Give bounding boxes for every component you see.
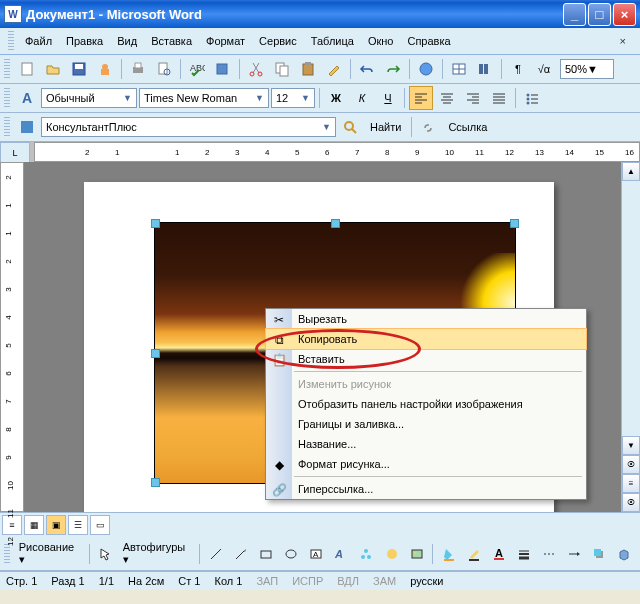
arrow-icon[interactable] — [229, 542, 252, 566]
line-color-icon[interactable] — [462, 542, 485, 566]
next-page-button[interactable]: ⦿ — [622, 493, 640, 512]
maximize-button[interactable]: □ — [588, 3, 611, 26]
font-select[interactable]: Times New Roman▼ — [139, 88, 269, 108]
context-item[interactable]: ✂Вырезать — [266, 309, 586, 329]
line-weight-icon[interactable] — [512, 542, 535, 566]
resize-handle[interactable] — [331, 219, 340, 228]
link-label[interactable]: Ссылка — [442, 121, 493, 133]
diagram-icon[interactable] — [355, 542, 378, 566]
grip[interactable] — [8, 31, 14, 51]
dash-icon[interactable] — [537, 542, 560, 566]
align-justify-icon[interactable] — [487, 86, 511, 110]
line-icon[interactable] — [204, 542, 227, 566]
menu-window[interactable]: Окно — [362, 33, 400, 49]
resize-handle[interactable] — [151, 349, 160, 358]
context-item[interactable]: Название... — [266, 434, 586, 454]
print-icon[interactable] — [126, 57, 150, 81]
save-icon[interactable] — [67, 57, 91, 81]
new-doc-icon[interactable] — [15, 57, 39, 81]
clipart-icon[interactable] — [380, 542, 403, 566]
menu-insert[interactable]: Вставка — [145, 33, 198, 49]
style-a-icon[interactable]: A — [15, 86, 39, 110]
menu-tools[interactable]: Сервис — [253, 33, 303, 49]
resize-handle[interactable] — [151, 219, 160, 228]
prev-page-button[interactable]: ⦿ — [622, 455, 640, 474]
consultant-icon[interactable] — [15, 115, 39, 139]
horizontal-ruler[interactable]: 2112345678910111213141516 — [34, 142, 640, 162]
grip[interactable] — [4, 88, 10, 108]
research-icon[interactable] — [211, 57, 235, 81]
minimize-button[interactable]: _ — [563, 3, 586, 26]
select-icon[interactable] — [94, 542, 117, 566]
picture-icon[interactable] — [405, 542, 428, 566]
permissions-icon[interactable] — [93, 57, 117, 81]
grip[interactable] — [4, 59, 10, 79]
grip[interactable] — [4, 117, 10, 137]
context-item[interactable]: 📋Вставить — [266, 349, 586, 369]
menu-view[interactable]: Вид — [111, 33, 143, 49]
context-item[interactable]: ⧉Копировать — [265, 328, 587, 350]
size-select[interactable]: 12▼ — [271, 88, 315, 108]
menu-help[interactable]: Справка — [401, 33, 456, 49]
outline-view-icon[interactable]: ☰ — [68, 515, 88, 535]
arrows-icon[interactable] — [563, 542, 586, 566]
align-left-icon[interactable] — [409, 86, 433, 110]
math-icon[interactable]: √α — [532, 57, 556, 81]
resize-handle[interactable] — [510, 219, 519, 228]
rect-icon[interactable] — [254, 542, 277, 566]
spell-icon[interactable]: ABC — [185, 57, 209, 81]
underline-icon[interactable]: Ч — [376, 86, 400, 110]
context-item[interactable]: ◆Формат рисунка... — [266, 454, 586, 474]
open-icon[interactable] — [41, 57, 65, 81]
preview-icon[interactable] — [152, 57, 176, 81]
textbox-icon[interactable]: A — [305, 542, 328, 566]
align-center-icon[interactable] — [435, 86, 459, 110]
menu-file[interactable]: Файл — [19, 33, 58, 49]
cut-icon[interactable] — [244, 57, 268, 81]
context-item[interactable]: 🔗Гиперссылка... — [266, 479, 586, 499]
context-item[interactable]: Границы и заливка... — [266, 414, 586, 434]
italic-icon[interactable]: К — [350, 86, 374, 110]
shadow-icon[interactable] — [588, 542, 611, 566]
wordart-icon[interactable]: A — [330, 542, 353, 566]
copy-icon[interactable] — [270, 57, 294, 81]
oval-icon[interactable] — [280, 542, 303, 566]
bold-icon[interactable]: Ж — [324, 86, 348, 110]
link-icon[interactable] — [414, 57, 438, 81]
read-view-icon[interactable]: ▭ — [90, 515, 110, 535]
font-color-icon[interactable]: A — [487, 542, 510, 566]
scroll-up-button[interactable]: ▲ — [622, 162, 640, 181]
scroll-down-button[interactable]: ▼ — [622, 436, 640, 455]
show-hide-icon[interactable]: ¶ — [506, 57, 530, 81]
columns-icon[interactable] — [473, 57, 497, 81]
consultant-select[interactable]: КонсультантПлюс▼ — [41, 117, 336, 137]
print-view-icon[interactable]: ▣ — [46, 515, 66, 535]
3d-icon[interactable] — [613, 542, 636, 566]
align-right-icon[interactable] — [461, 86, 485, 110]
undo-icon[interactable] — [355, 57, 379, 81]
vertical-scrollbar[interactable]: ▲ ▼ ⦿ ≡ ⦿ — [621, 162, 640, 512]
zoom-select[interactable]: 50%▼ — [560, 59, 614, 79]
browse-button[interactable]: ≡ — [622, 474, 640, 493]
bullets-icon[interactable] — [520, 86, 544, 110]
drawing-menu[interactable]: Рисование ▾ — [15, 539, 85, 568]
web-view-icon[interactable]: ▦ — [24, 515, 44, 535]
resize-handle[interactable] — [151, 478, 160, 487]
menu-table[interactable]: Таблица — [305, 33, 360, 49]
normal-view-icon[interactable]: ≡ — [2, 515, 22, 535]
style-select[interactable]: Обычный▼ — [41, 88, 137, 108]
menu-format[interactable]: Формат — [200, 33, 251, 49]
ruler-corner[interactable]: L — [0, 142, 30, 164]
close-button[interactable]: × — [613, 3, 636, 26]
redo-icon[interactable] — [381, 57, 405, 81]
link-chain-icon[interactable] — [416, 115, 440, 139]
grip[interactable] — [4, 544, 10, 564]
autoshapes-menu[interactable]: Автофигуры ▾ — [119, 539, 196, 568]
context-item[interactable]: Отобразить панель настройки изображения — [266, 394, 586, 414]
brush-icon[interactable] — [322, 57, 346, 81]
find-icon[interactable] — [338, 115, 362, 139]
fill-color-icon[interactable] — [437, 542, 460, 566]
table-icon[interactable] — [447, 57, 471, 81]
close-doc-button[interactable]: × — [614, 33, 632, 49]
find-label[interactable]: Найти — [364, 121, 407, 133]
